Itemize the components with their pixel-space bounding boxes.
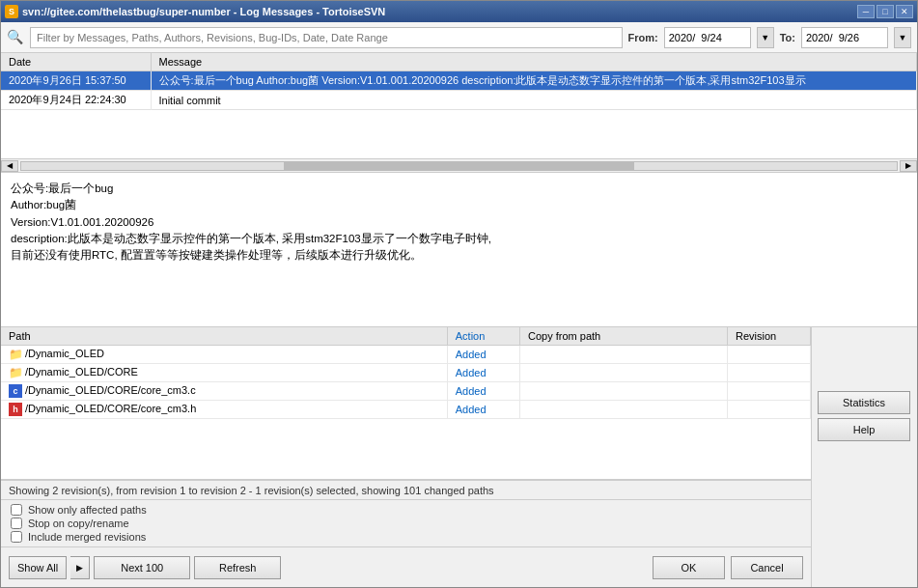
h-file-icon: h xyxy=(9,403,22,416)
from-date-picker-button[interactable]: ▼ xyxy=(757,27,774,48)
stop-copy-row: Stop on copy/rename xyxy=(11,518,801,529)
log-table-container[interactable]: Date Message 2020年9月26日 15:37:50 公众号:最后一… xyxy=(1,53,917,159)
include-merged-row: Include merged revisions xyxy=(11,531,801,543)
col-revision: Revision xyxy=(728,327,811,346)
log-table-header: Date Message xyxy=(1,53,917,71)
bottom-bar: Show All ▶ Next 100 Refresh OK Cancel xyxy=(1,546,811,587)
minimize-button[interactable]: ─ xyxy=(857,5,875,18)
next-100-button[interactable]: Next 100 xyxy=(94,556,190,579)
path-cell: 📁/Dynamic_OLED/CORE xyxy=(1,364,447,382)
col-copy: Copy from path xyxy=(520,327,728,346)
scroll-left-button[interactable]: ◀ xyxy=(1,160,18,172)
list-item[interactable]: 📁/Dynamic_OLED Added xyxy=(1,346,811,364)
action-cell: Added xyxy=(447,364,519,382)
copy-cell xyxy=(520,382,728,401)
message-detail: 公众号:最后一个bug Author:bug菌 Version:V1.01.00… xyxy=(1,173,917,327)
filter-input[interactable] xyxy=(30,27,623,48)
copy-cell xyxy=(520,346,728,364)
list-item[interactable]: h/Dynamic_OLED/CORE/core_cm3.h Added xyxy=(1,401,811,419)
copy-cell xyxy=(520,364,728,382)
log-date: 2020年9月26日 15:37:50 xyxy=(1,71,151,91)
search-icon: 🔍 xyxy=(7,29,24,46)
revision-cell xyxy=(728,382,811,401)
paths-container[interactable]: Path Action Copy from path Revision 📁/Dy… xyxy=(1,327,811,480)
scroll-thumb[interactable] xyxy=(284,162,634,170)
main-window: S svn://gitee.com/thelastbug/super-numbe… xyxy=(0,0,918,588)
stop-copy-checkbox[interactable] xyxy=(11,518,22,529)
col-date: Date xyxy=(1,53,151,71)
include-merged-label: Include merged revisions xyxy=(28,531,146,543)
status-bar: Showing 2 revision(s), from revision 1 t… xyxy=(1,480,811,499)
table-row[interactable]: 2020年9月26日 15:37:50 公众号:最后一个bug Author:b… xyxy=(1,71,917,91)
show-affected-label: Show only affected paths xyxy=(28,504,147,516)
status-text: Showing 2 revision(s), from revision 1 t… xyxy=(9,485,494,496)
to-date-picker-button[interactable]: ▼ xyxy=(894,27,911,48)
filter-bar: 🔍 From: ▼ To: ▼ xyxy=(1,22,917,53)
copy-cell xyxy=(520,401,728,419)
side-buttons: Statistics Help xyxy=(811,327,917,587)
action-cell: Added xyxy=(447,401,519,419)
bottom-left-buttons: Show All ▶ Next 100 Refresh xyxy=(9,556,653,579)
col-action: Action xyxy=(447,327,519,346)
list-item[interactable]: 📁/Dynamic_OLED/CORE Added xyxy=(1,364,811,382)
cancel-button[interactable]: Cancel xyxy=(731,556,803,579)
from-date-input[interactable] xyxy=(664,27,751,48)
show-all-dropdown-button[interactable]: ▶ xyxy=(70,556,90,579)
col-message: Message xyxy=(151,53,917,71)
close-button[interactable]: ✕ xyxy=(896,5,913,18)
folder-icon: 📁 xyxy=(9,348,22,361)
paths-section: Path Action Copy from path Revision 📁/Dy… xyxy=(1,327,917,587)
path-cell: c/Dynamic_OLED/CORE/core_cm3.c xyxy=(1,382,447,401)
from-label: From: xyxy=(628,32,658,43)
path-cell: h/Dynamic_OLED/CORE/core_cm3.h xyxy=(1,401,447,419)
bottom-right-buttons: OK Cancel xyxy=(653,556,803,579)
stop-copy-label: Stop on copy/rename xyxy=(28,518,129,529)
scroll-track[interactable] xyxy=(20,161,898,171)
help-button[interactable]: Help xyxy=(818,418,910,441)
path-cell: 📁/Dynamic_OLED xyxy=(1,346,447,364)
show-all-button[interactable]: Show All xyxy=(9,556,67,579)
list-item[interactable]: c/Dynamic_OLED/CORE/core_cm3.c Added xyxy=(1,382,811,401)
paths-main: Path Action Copy from path Revision 📁/Dy… xyxy=(1,327,811,587)
show-affected-row: Show only affected paths xyxy=(11,504,801,516)
app-icon: S xyxy=(5,5,18,18)
maximize-button[interactable]: □ xyxy=(876,5,894,18)
paths-table: Path Action Copy from path Revision 📁/Dy… xyxy=(1,327,811,419)
title-text: svn://gitee.com/thelastbug/super-number … xyxy=(22,6,385,17)
log-table: Date Message 2020年9月26日 15:37:50 公众号:最后一… xyxy=(1,53,917,110)
options-area: Show only affected paths Stop on copy/re… xyxy=(1,499,811,546)
log-message: Initial commit xyxy=(151,91,917,110)
folder-icon: 📁 xyxy=(9,366,22,379)
statistics-button[interactable]: Statistics xyxy=(818,391,910,414)
scroll-right-button[interactable]: ▶ xyxy=(900,160,917,172)
message-detail-text: 公众号:最后一个bug Author:bug菌 Version:V1.01.00… xyxy=(11,181,907,264)
revision-cell xyxy=(728,346,811,364)
ok-button[interactable]: OK xyxy=(653,556,725,579)
refresh-button[interactable]: Refresh xyxy=(194,556,281,579)
to-label: To: xyxy=(780,32,795,43)
log-date: 2020年9月24日 22:24:30 xyxy=(1,91,151,110)
show-affected-checkbox[interactable] xyxy=(11,504,22,516)
to-date-input[interactable] xyxy=(801,27,888,48)
revision-cell xyxy=(728,364,811,382)
col-path: Path xyxy=(1,327,447,346)
table-row[interactable]: 2020年9月24日 22:24:30 Initial commit xyxy=(1,91,917,110)
action-cell: Added xyxy=(447,382,519,401)
horizontal-scrollbar[interactable]: ◀ ▶ xyxy=(1,159,917,173)
c-file-icon: c xyxy=(9,384,22,398)
include-merged-checkbox[interactable] xyxy=(11,531,22,543)
log-message: 公众号:最后一个bug Author:bug菌 Version:V1.01.00… xyxy=(151,71,917,91)
action-cell: Added xyxy=(447,346,519,364)
title-bar: S svn://gitee.com/thelastbug/super-numbe… xyxy=(1,1,917,22)
revision-cell xyxy=(728,401,811,419)
paths-table-header: Path Action Copy from path Revision xyxy=(1,327,811,346)
